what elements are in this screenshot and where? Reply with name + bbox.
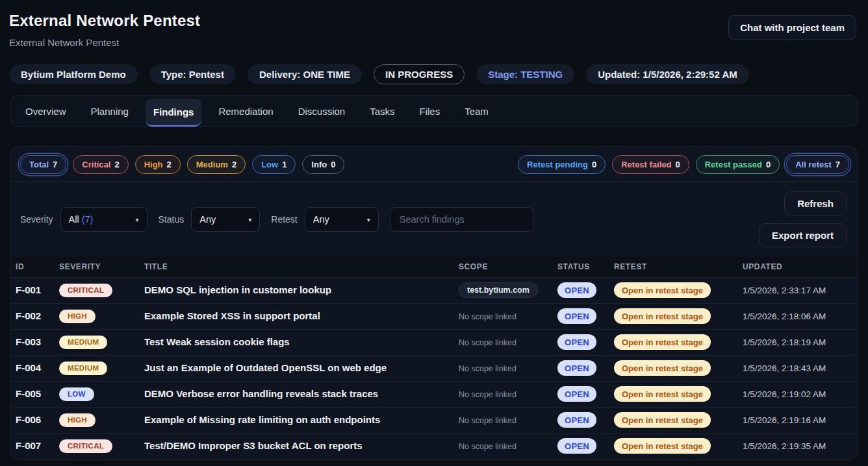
scope-value: No scope linked [459,390,517,399]
page-header: External Network Pentest External Networ… [0,0,868,48]
table-row[interactable]: F-002 HIGH Example Stored XSS in support… [11,303,857,329]
meta-badges-row: Bytium Platform Demo Type: Pentest Deliv… [0,64,868,84]
progress-status-badge: IN PROGRESS [374,64,465,84]
chip-low[interactable]: Low 1 [252,155,296,174]
column-header-scope: SCOPE [459,257,557,277]
finding-id: F-001 [16,284,41,295]
table-row[interactable]: F-004 MEDIUM Just an Example of Outdated… [11,355,857,381]
retest-chip-group: Retest pending 0 Retest failed 0 Retest … [518,155,849,174]
chevron-down-icon: ▾ [361,216,370,223]
chevron-down-icon: ▾ [242,216,251,223]
tab-tasks[interactable]: Tasks [362,95,402,127]
retest-select[interactable]: Any ▾ [305,207,379,232]
chip-retest-pending[interactable]: Retest pending 0 [518,155,606,174]
status-filter-label: Status [159,214,185,225]
finding-id: F-005 [16,388,41,399]
retest-select-value: Any [313,214,329,225]
chat-with-project-team-button[interactable]: Chat with project team [728,15,856,40]
finding-id: F-003 [16,336,41,347]
finding-id: F-006 [16,414,41,425]
chip-info[interactable]: Info 0 [302,155,344,174]
retest-badge: Open in retest stage [614,386,711,402]
retest-badge: Open in retest stage [614,334,711,350]
scope-value: No scope linked [459,364,517,373]
severity-chip-group: Total 7 Critical 2 High 2 Medium 2 Low 1… [20,155,344,174]
chevron-down-icon: ▾ [129,216,139,223]
tab-findings[interactable]: Findings [146,99,202,127]
chip-critical[interactable]: Critical 2 [73,155,128,174]
severity-badge: HIGH [59,413,96,427]
updated-timestamp: 1/5/2026, 2:19:35 AM [743,441,826,451]
chip-retest-failed[interactable]: Retest failed 0 [612,155,689,174]
severity-badge: HIGH [59,310,96,323]
delivery-badge: Delivery: ONE TIME [248,64,362,84]
updated-timestamp: 1/5/2026, 2:19:02 AM [743,389,826,399]
column-header-severity: SEVERITY [59,257,144,277]
client-badge: Bytium Platform Demo [9,64,138,84]
scope-value: No scope linked [459,442,517,451]
finding-title[interactable]: Example Stored XSS in support portal [144,310,320,321]
status-badge: OPEN [557,438,596,454]
status-badge: OPEN [557,412,596,428]
status-badge: OPEN [557,360,596,376]
severity-badge: MEDIUM [59,362,107,375]
table-row[interactable]: F-006 HIGH Example of Missing rate limit… [11,407,857,433]
retest-badge: Open in retest stage [614,282,711,298]
retest-badge: Open in retest stage [614,308,711,324]
updated-timestamp: 1/5/2026, 2:18:43 AM [743,363,826,373]
tab-discussion[interactable]: Discussion [290,95,353,127]
finding-title[interactable]: DEMO SQL injection in customer lookup [144,284,331,295]
updated-badge: Updated: 1/5/2026, 2:29:52 AM [586,64,749,84]
retest-badge: Open in retest stage [614,438,711,454]
column-header-id: ID [11,257,59,277]
table-row[interactable]: F-001 CRITICAL DEMO SQL injection in cus… [11,277,857,303]
scope-value: No scope linked [459,312,517,321]
findings-panel: Total 7 Critical 2 High 2 Medium 2 Low 1… [10,146,858,460]
severity-badge: CRITICAL [59,439,112,453]
updated-timestamp: 1/5/2026, 2:18:19 AM [743,337,826,347]
status-select[interactable]: Any ▾ [191,207,260,232]
chip-total[interactable]: Total 7 [20,155,66,174]
column-header-title: TITLE [144,257,459,277]
finding-title[interactable]: Just an Example of Outdated OpenSSL on w… [144,362,387,373]
scope-value: No scope linked [459,338,517,347]
page-subtitle: External Network Pentest [9,37,856,48]
scope-value: test.bytium.com [459,282,538,298]
table-row[interactable]: F-005 LOW DEMO Verbose error handling re… [11,381,857,407]
severity-badge: MEDIUM [59,336,107,349]
tab-team[interactable]: Team [457,95,496,127]
updated-timestamp: 1/5/2026, 2:19:16 AM [743,415,826,425]
scope-value: No scope linked [459,416,517,425]
column-header-retest: RETEST [614,257,743,277]
chip-high[interactable]: High 2 [135,155,181,174]
severity-select-count: (7) [82,214,94,225]
finding-id: F-007 [16,440,41,451]
refresh-button[interactable]: Refresh [784,191,847,215]
tab-files[interactable]: Files [412,95,448,127]
column-header-status: STATUS [557,257,614,277]
export-report-button[interactable]: Export report [759,223,847,247]
finding-title[interactable]: Test Weak session cookie flags [144,336,290,347]
updated-timestamp: 1/5/2026, 2:33:17 AM [743,286,826,295]
tab-overview[interactable]: Overview [18,95,74,127]
chip-medium[interactable]: Medium 2 [187,155,246,174]
finding-title[interactable]: Test/DEMO Improper S3 bucket ACL on repo… [144,440,363,451]
table-row[interactable]: F-003 MEDIUM Test Weak session cookie fl… [11,329,857,355]
severity-select[interactable]: All (7) ▾ [60,207,147,232]
tab-planning[interactable]: Planning [83,95,136,127]
finding-title[interactable]: DEMO Verbose error handling reveals stac… [144,388,378,399]
search-input[interactable] [390,207,533,232]
finding-id: F-002 [16,310,41,321]
updated-timestamp: 1/5/2026, 2:18:06 AM [743,312,826,321]
finding-title[interactable]: Example of Missing rate limiting on auth… [144,414,380,425]
stage-badge: Stage: TESTING [476,64,574,84]
findings-table: ID SEVERITY TITLE SCOPE STATUS RETEST UP… [11,257,857,459]
status-badge: OPEN [557,386,596,402]
tab-remediation[interactable]: Remediation [211,95,281,127]
status-badge: OPEN [557,308,596,324]
table-row[interactable]: F-007 CRITICAL Test/DEMO Improper S3 buc… [11,433,857,459]
chip-all-retest[interactable]: All retest 7 [786,155,849,174]
filter-block: Severity All (7) ▾ Status Any ▾ Retest A… [11,182,857,257]
severity-select-value: All [69,214,79,225]
chip-retest-passed[interactable]: Retest passed 0 [696,155,780,174]
